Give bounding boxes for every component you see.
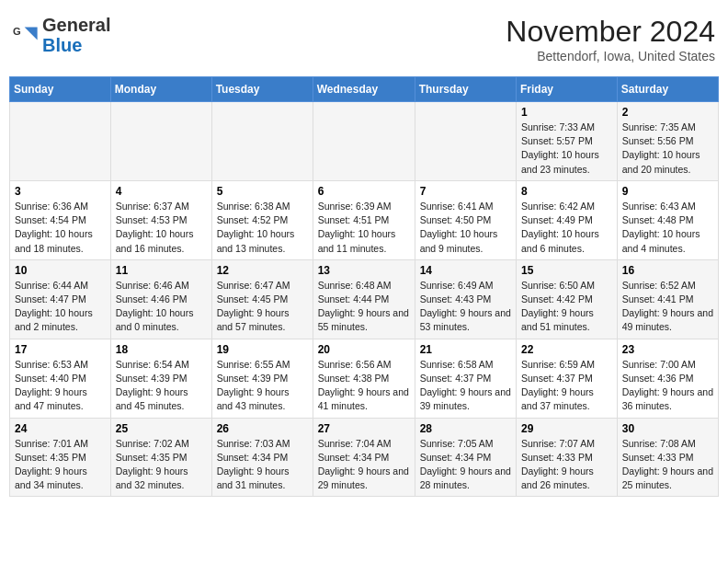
day-info: Sunrise: 6:54 AMSunset: 4:39 PMDaylight:…: [116, 358, 207, 414]
calendar-cell: [10, 102, 111, 181]
day-number: 14: [420, 264, 511, 277]
day-info: Sunrise: 6:53 AMSunset: 4:40 PMDaylight:…: [15, 358, 106, 414]
day-info: Sunrise: 6:36 AMSunset: 4:54 PMDaylight:…: [15, 200, 106, 256]
calendar-week-row: 10Sunrise: 6:44 AMSunset: 4:47 PMDayligh…: [10, 259, 719, 339]
calendar-cell: 17Sunrise: 6:53 AMSunset: 4:40 PMDayligh…: [10, 339, 111, 418]
calendar-week-row: 17Sunrise: 6:53 AMSunset: 4:40 PMDayligh…: [10, 339, 719, 418]
calendar-cell: 29Sunrise: 7:07 AMSunset: 4:33 PMDayligh…: [517, 418, 618, 497]
calendar-week-row: 24Sunrise: 7:01 AMSunset: 4:35 PMDayligh…: [10, 418, 719, 497]
day-info: Sunrise: 6:42 AMSunset: 4:49 PMDaylight:…: [521, 200, 612, 256]
day-info: Sunrise: 6:55 AMSunset: 4:39 PMDaylight:…: [217, 358, 308, 414]
calendar-cell: 18Sunrise: 6:54 AMSunset: 4:39 PMDayligh…: [110, 339, 211, 418]
day-info: Sunrise: 6:44 AMSunset: 4:47 PMDaylight:…: [15, 279, 106, 335]
day-number: 17: [15, 343, 106, 356]
calendar-cell: 21Sunrise: 6:58 AMSunset: 4:37 PMDayligh…: [415, 339, 516, 418]
day-number: 7: [420, 185, 511, 198]
calendar-week-row: 3Sunrise: 6:36 AMSunset: 4:54 PMDaylight…: [10, 180, 719, 259]
day-info: Sunrise: 7:07 AMSunset: 4:33 PMDaylight:…: [521, 437, 612, 493]
day-info: Sunrise: 7:03 AMSunset: 4:34 PMDaylight:…: [217, 437, 308, 493]
logo-icon: G: [13, 22, 39, 48]
day-number: 13: [318, 264, 410, 277]
logo-text: General Blue: [42, 15, 110, 55]
day-of-week-header: Tuesday: [211, 77, 313, 102]
day-number: 18: [116, 343, 207, 356]
day-info: Sunrise: 7:35 AMSunset: 5:56 PMDaylight:…: [622, 121, 713, 177]
day-number: 6: [318, 185, 410, 198]
day-number: 26: [217, 422, 308, 435]
calendar-week-row: 1Sunrise: 7:33 AMSunset: 5:57 PMDaylight…: [10, 102, 719, 181]
day-info: Sunrise: 7:00 AMSunset: 4:36 PMDaylight:…: [622, 358, 713, 414]
day-number: 11: [116, 264, 207, 277]
day-number: 24: [15, 422, 106, 435]
calendar-cell: [313, 102, 415, 181]
day-number: 27: [318, 422, 410, 435]
calendar-cell: 20Sunrise: 6:56 AMSunset: 4:38 PMDayligh…: [313, 339, 415, 418]
calendar-cell: 22Sunrise: 6:59 AMSunset: 4:37 PMDayligh…: [517, 339, 618, 418]
day-info: Sunrise: 6:39 AMSunset: 4:51 PMDaylight:…: [318, 200, 410, 256]
calendar-cell: 24Sunrise: 7:01 AMSunset: 4:35 PMDayligh…: [10, 418, 111, 497]
day-number: 8: [521, 185, 612, 198]
calendar-cell: 9Sunrise: 6:43 AMSunset: 4:48 PMDaylight…: [617, 180, 718, 259]
day-number: 16: [622, 264, 713, 277]
day-info: Sunrise: 7:04 AMSunset: 4:34 PMDaylight:…: [318, 437, 410, 493]
calendar-cell: 25Sunrise: 7:02 AMSunset: 4:35 PMDayligh…: [110, 418, 211, 497]
calendar-cell: 28Sunrise: 7:05 AMSunset: 4:34 PMDayligh…: [415, 418, 516, 497]
logo-blue: Blue: [42, 35, 82, 55]
calendar-cell: 11Sunrise: 6:46 AMSunset: 4:46 PMDayligh…: [110, 259, 211, 339]
day-number: 12: [217, 264, 308, 277]
day-info: Sunrise: 6:50 AMSunset: 4:42 PMDaylight:…: [521, 279, 612, 335]
day-info: Sunrise: 6:38 AMSunset: 4:52 PMDaylight:…: [217, 200, 308, 256]
day-number: 29: [521, 422, 612, 435]
day-number: 3: [15, 185, 106, 198]
day-number: 2: [622, 106, 713, 119]
calendar-cell: 15Sunrise: 6:50 AMSunset: 4:42 PMDayligh…: [517, 259, 618, 339]
calendar-cell: 3Sunrise: 6:36 AMSunset: 4:54 PMDaylight…: [10, 180, 111, 259]
day-info: Sunrise: 6:47 AMSunset: 4:45 PMDaylight:…: [217, 279, 308, 335]
day-info: Sunrise: 7:05 AMSunset: 4:34 PMDaylight:…: [420, 437, 511, 493]
day-info: Sunrise: 6:48 AMSunset: 4:44 PMDaylight:…: [318, 279, 410, 335]
day-number: 9: [622, 185, 713, 198]
day-info: Sunrise: 6:37 AMSunset: 4:53 PMDaylight:…: [116, 200, 207, 256]
day-of-week-header: Saturday: [617, 77, 718, 102]
day-number: 4: [116, 185, 207, 198]
calendar-cell: 4Sunrise: 6:37 AMSunset: 4:53 PMDaylight…: [110, 180, 211, 259]
day-of-week-header: Thursday: [415, 77, 516, 102]
calendar-cell: 19Sunrise: 6:55 AMSunset: 4:39 PMDayligh…: [211, 339, 313, 418]
calendar-cell: 10Sunrise: 6:44 AMSunset: 4:47 PMDayligh…: [10, 259, 111, 339]
day-number: 10: [15, 264, 106, 277]
day-number: 22: [521, 343, 612, 356]
day-of-week-header: Sunday: [10, 77, 111, 102]
calendar-cell: 23Sunrise: 7:00 AMSunset: 4:36 PMDayligh…: [617, 339, 718, 418]
day-info: Sunrise: 7:02 AMSunset: 4:35 PMDaylight:…: [116, 437, 207, 493]
calendar-cell: [110, 102, 211, 181]
day-number: 15: [521, 264, 612, 277]
day-number: 25: [116, 422, 207, 435]
logo: G General Blue: [13, 15, 110, 55]
calendar-header-row: SundayMondayTuesdayWednesdayThursdayFrid…: [10, 77, 719, 102]
calendar-cell: [211, 102, 313, 181]
day-number: 5: [217, 185, 308, 198]
day-info: Sunrise: 6:41 AMSunset: 4:50 PMDaylight:…: [420, 200, 511, 256]
calendar-cell: 8Sunrise: 6:42 AMSunset: 4:49 PMDaylight…: [517, 180, 618, 259]
day-info: Sunrise: 6:56 AMSunset: 4:38 PMDaylight:…: [318, 358, 410, 414]
calendar-cell: 16Sunrise: 6:52 AMSunset: 4:41 PMDayligh…: [617, 259, 718, 339]
day-info: Sunrise: 6:43 AMSunset: 4:48 PMDaylight:…: [622, 200, 713, 256]
day-info: Sunrise: 7:08 AMSunset: 4:33 PMDaylight:…: [622, 437, 713, 493]
day-info: Sunrise: 6:52 AMSunset: 4:41 PMDaylight:…: [622, 279, 713, 335]
calendar-cell: 1Sunrise: 7:33 AMSunset: 5:57 PMDaylight…: [517, 102, 618, 181]
calendar-cell: 27Sunrise: 7:04 AMSunset: 4:34 PMDayligh…: [313, 418, 415, 497]
day-info: Sunrise: 7:33 AMSunset: 5:57 PMDaylight:…: [521, 121, 612, 177]
calendar-cell: [415, 102, 516, 181]
calendar-cell: 12Sunrise: 6:47 AMSunset: 4:45 PMDayligh…: [211, 259, 313, 339]
month-title: November 2024: [506, 15, 715, 49]
day-of-week-header: Wednesday: [313, 77, 415, 102]
day-info: Sunrise: 7:01 AMSunset: 4:35 PMDaylight:…: [15, 437, 106, 493]
calendar-cell: 26Sunrise: 7:03 AMSunset: 4:34 PMDayligh…: [211, 418, 313, 497]
header: G General Blue November 2024 Bettendorf,…: [9, 9, 719, 69]
day-number: 30: [622, 422, 713, 435]
day-number: 1: [521, 106, 612, 119]
day-number: 20: [318, 343, 410, 356]
calendar-cell: 30Sunrise: 7:08 AMSunset: 4:33 PMDayligh…: [617, 418, 718, 497]
calendar: SundayMondayTuesdayWednesdayThursdayFrid…: [9, 76, 719, 497]
calendar-cell: 2Sunrise: 7:35 AMSunset: 5:56 PMDaylight…: [617, 102, 718, 181]
